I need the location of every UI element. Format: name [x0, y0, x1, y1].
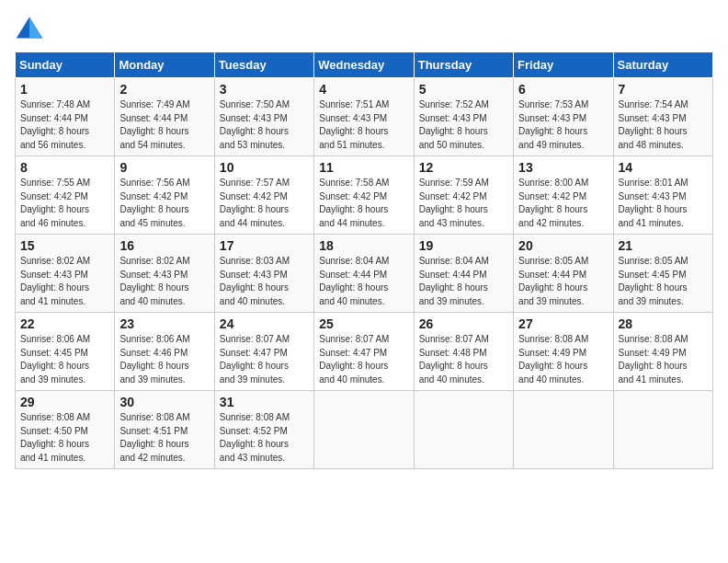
calendar-cell: 31Sunrise: 8:08 AM Sunset: 4:52 PM Dayli…: [214, 391, 313, 469]
day-number: 2: [119, 82, 209, 97]
day-info: Sunrise: 8:08 AM Sunset: 4:49 PM Dayligh…: [518, 333, 608, 386]
calendar-cell: 24Sunrise: 8:07 AM Sunset: 4:47 PM Dayli…: [214, 313, 313, 391]
calendar-cell: 20Sunrise: 8:05 AM Sunset: 4:44 PM Dayli…: [514, 235, 613, 313]
calendar-cell: 15Sunrise: 8:02 AM Sunset: 4:43 PM Dayli…: [16, 235, 115, 313]
day-number: 15: [20, 238, 109, 253]
day-number: 20: [518, 238, 608, 253]
calendar-cell: 14Sunrise: 8:01 AM Sunset: 4:43 PM Dayli…: [613, 156, 712, 235]
day-info: Sunrise: 8:05 AM Sunset: 4:44 PM Dayligh…: [518, 255, 608, 308]
day-info: Sunrise: 7:57 AM Sunset: 4:42 PM Dayligh…: [220, 177, 309, 230]
day-info: Sunrise: 8:00 AM Sunset: 4:42 PM Dayligh…: [518, 177, 608, 230]
day-number: 9: [119, 160, 209, 175]
day-number: 1: [20, 82, 109, 97]
day-number: 24: [220, 316, 309, 331]
col-header-sunday: Sunday: [16, 52, 115, 78]
day-number: 27: [518, 316, 608, 331]
calendar-cell: 6Sunrise: 7:53 AM Sunset: 4:43 PM Daylig…: [514, 78, 613, 156]
calendar-cell: 21Sunrise: 8:05 AM Sunset: 4:45 PM Dayli…: [613, 235, 712, 313]
day-info: Sunrise: 8:04 AM Sunset: 4:44 PM Dayligh…: [319, 255, 408, 308]
calendar-cell: 17Sunrise: 8:03 AM Sunset: 4:43 PM Dayli…: [214, 235, 313, 313]
day-info: Sunrise: 8:08 AM Sunset: 4:50 PM Dayligh…: [20, 411, 109, 465]
day-number: 4: [319, 82, 408, 97]
calendar-cell: [314, 391, 414, 469]
day-info: Sunrise: 8:02 AM Sunset: 4:43 PM Dayligh…: [20, 255, 109, 308]
calendar-cell: 2Sunrise: 7:49 AM Sunset: 4:44 PM Daylig…: [115, 78, 214, 156]
calendar-cell: 16Sunrise: 8:02 AM Sunset: 4:43 PM Dayli…: [115, 235, 214, 313]
calendar-cell: 19Sunrise: 8:04 AM Sunset: 4:44 PM Dayli…: [414, 235, 513, 313]
day-info: Sunrise: 8:07 AM Sunset: 4:47 PM Dayligh…: [319, 333, 408, 386]
calendar-cell: 3Sunrise: 7:50 AM Sunset: 4:43 PM Daylig…: [214, 78, 313, 156]
day-info: Sunrise: 8:08 AM Sunset: 4:49 PM Dayligh…: [619, 333, 708, 386]
day-number: 22: [20, 316, 109, 331]
calendar-week-4: 22Sunrise: 8:06 AM Sunset: 4:45 PM Dayli…: [16, 313, 713, 391]
day-number: 25: [319, 316, 408, 331]
calendar-cell: 10Sunrise: 7:57 AM Sunset: 4:42 PM Dayli…: [214, 156, 313, 235]
calendar-cell: 1Sunrise: 7:48 AM Sunset: 4:44 PM Daylig…: [16, 78, 115, 156]
day-number: 3: [220, 82, 309, 97]
day-number: 26: [419, 316, 508, 331]
calendar-cell: 7Sunrise: 7:54 AM Sunset: 4:43 PM Daylig…: [613, 78, 712, 156]
col-header-saturday: Saturday: [613, 52, 712, 78]
day-number: 19: [419, 238, 508, 253]
day-number: 13: [518, 160, 608, 175]
calendar-cell: 23Sunrise: 8:06 AM Sunset: 4:46 PM Dayli…: [115, 313, 214, 391]
day-info: Sunrise: 8:05 AM Sunset: 4:45 PM Dayligh…: [619, 255, 708, 308]
calendar-week-1: 1Sunrise: 7:48 AM Sunset: 4:44 PM Daylig…: [16, 78, 713, 156]
day-number: 29: [20, 395, 109, 409]
day-info: Sunrise: 7:52 AM Sunset: 4:43 PM Dayligh…: [419, 98, 508, 152]
col-header-friday: Friday: [514, 52, 613, 78]
day-info: Sunrise: 7:53 AM Sunset: 4:43 PM Dayligh…: [518, 98, 608, 152]
day-info: Sunrise: 7:48 AM Sunset: 4:44 PM Dayligh…: [20, 98, 109, 152]
logo: [15, 15, 48, 40]
day-info: Sunrise: 7:54 AM Sunset: 4:43 PM Dayligh…: [619, 98, 708, 152]
day-info: Sunrise: 7:56 AM Sunset: 4:42 PM Dayligh…: [119, 177, 209, 230]
day-number: 5: [419, 82, 508, 97]
day-number: 12: [419, 160, 508, 175]
calendar-cell: [514, 391, 613, 469]
day-info: Sunrise: 7:49 AM Sunset: 4:44 PM Dayligh…: [119, 98, 209, 152]
day-info: Sunrise: 8:08 AM Sunset: 4:51 PM Dayligh…: [119, 411, 209, 465]
day-number: 28: [619, 316, 708, 331]
calendar-cell: 29Sunrise: 8:08 AM Sunset: 4:50 PM Dayli…: [16, 391, 115, 469]
day-info: Sunrise: 8:07 AM Sunset: 4:47 PM Dayligh…: [220, 333, 309, 386]
day-number: 8: [20, 160, 109, 175]
day-number: 21: [619, 238, 708, 253]
calendar-cell: 28Sunrise: 8:08 AM Sunset: 4:49 PM Dayli…: [613, 313, 712, 391]
day-info: Sunrise: 8:03 AM Sunset: 4:43 PM Dayligh…: [220, 255, 309, 308]
day-number: 31: [220, 395, 309, 409]
day-number: 10: [220, 160, 309, 175]
day-info: Sunrise: 7:58 AM Sunset: 4:42 PM Dayligh…: [319, 177, 408, 230]
calendar-week-2: 8Sunrise: 7:55 AM Sunset: 4:42 PM Daylig…: [16, 156, 713, 235]
calendar-cell: 8Sunrise: 7:55 AM Sunset: 4:42 PM Daylig…: [16, 156, 115, 235]
day-number: 7: [619, 82, 708, 97]
calendar-cell: 25Sunrise: 8:07 AM Sunset: 4:47 PM Dayli…: [314, 313, 414, 391]
calendar-cell: 18Sunrise: 8:04 AM Sunset: 4:44 PM Dayli…: [314, 235, 414, 313]
calendar-cell: 30Sunrise: 8:08 AM Sunset: 4:51 PM Dayli…: [115, 391, 214, 469]
day-info: Sunrise: 8:07 AM Sunset: 4:48 PM Dayligh…: [419, 333, 508, 386]
calendar-cell: [613, 391, 712, 469]
calendar-cell: 11Sunrise: 7:58 AM Sunset: 4:42 PM Dayli…: [314, 156, 414, 235]
logo-icon: [15, 15, 44, 40]
day-number: 11: [319, 160, 408, 175]
calendar-cell: 27Sunrise: 8:08 AM Sunset: 4:49 PM Dayli…: [514, 313, 613, 391]
day-number: 30: [119, 395, 209, 409]
calendar-cell: 4Sunrise: 7:51 AM Sunset: 4:43 PM Daylig…: [314, 78, 414, 156]
day-info: Sunrise: 7:59 AM Sunset: 4:42 PM Dayligh…: [419, 177, 508, 230]
col-header-monday: Monday: [115, 52, 214, 78]
col-header-wednesday: Wednesday: [314, 52, 414, 78]
col-header-thursday: Thursday: [414, 52, 513, 78]
calendar-cell: 12Sunrise: 7:59 AM Sunset: 4:42 PM Dayli…: [414, 156, 513, 235]
day-number: 23: [119, 316, 209, 331]
calendar-cell: 5Sunrise: 7:52 AM Sunset: 4:43 PM Daylig…: [414, 78, 513, 156]
calendar-cell: [414, 391, 513, 469]
day-info: Sunrise: 8:02 AM Sunset: 4:43 PM Dayligh…: [119, 255, 209, 308]
day-info: Sunrise: 7:55 AM Sunset: 4:42 PM Dayligh…: [20, 177, 109, 230]
svg-marker-1: [29, 17, 42, 38]
day-number: 14: [619, 160, 708, 175]
day-number: 18: [319, 238, 408, 253]
calendar-week-5: 29Sunrise: 8:08 AM Sunset: 4:50 PM Dayli…: [16, 391, 713, 469]
calendar-cell: 26Sunrise: 8:07 AM Sunset: 4:48 PM Dayli…: [414, 313, 513, 391]
calendar-cell: 22Sunrise: 8:06 AM Sunset: 4:45 PM Dayli…: [16, 313, 115, 391]
day-info: Sunrise: 8:06 AM Sunset: 4:46 PM Dayligh…: [119, 333, 209, 386]
day-info: Sunrise: 8:08 AM Sunset: 4:52 PM Dayligh…: [220, 411, 309, 465]
